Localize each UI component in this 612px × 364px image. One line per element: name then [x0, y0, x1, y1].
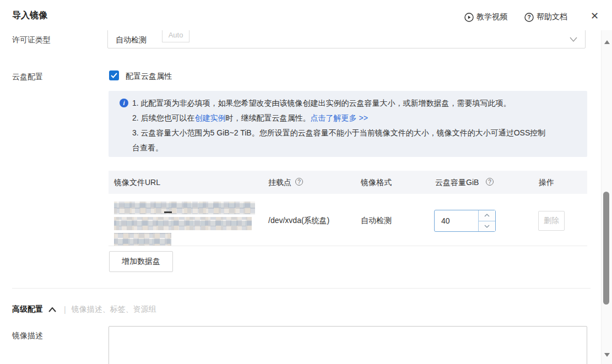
- advanced-subtitle: 镜像描述、标签、资源组: [72, 305, 156, 314]
- close-icon[interactable]: ✕: [591, 10, 599, 21]
- learn-more-link[interactable]: 点击了解更多 >>: [311, 113, 368, 122]
- scrollbar-up-arrow-icon[interactable]: [604, 40, 610, 44]
- info-icon: i: [120, 99, 128, 107]
- capacity-help-icon[interactable]: ?: [486, 178, 494, 186]
- section-divider: [12, 288, 591, 289]
- notice-line-3: 3. 云盘容量大小范围为5 GiB~2 TiB。您所设置的云盘容量不能小于当前镜…: [132, 126, 574, 140]
- help-doc-label: 帮助文档: [537, 12, 567, 22]
- notice-line-4: 台查看。: [132, 140, 574, 155]
- add-data-disk-button[interactable]: 增加数据盘: [109, 251, 173, 272]
- capacity-number-input: [434, 210, 496, 232]
- scrollbar-thumb[interactable]: [603, 192, 609, 305]
- tutorial-video-label: 教学视频: [476, 12, 507, 22]
- notice-line-2-text: 2. 后续您也可以在: [132, 113, 195, 122]
- table-row-divider: [109, 246, 587, 246]
- license-auto-tag: Auto: [162, 30, 189, 42]
- page-title: 导入镜像: [12, 10, 47, 21]
- image-url-redacted-line-3: [114, 233, 171, 246]
- delete-button[interactable]: 删除: [538, 211, 565, 231]
- scrollbar-down-arrow-icon[interactable]: [604, 353, 610, 357]
- help-doc-link[interactable]: ? 帮助文档: [524, 12, 567, 23]
- image-url-redacted-line-1: [114, 202, 255, 214]
- svg-text:?: ?: [527, 14, 530, 20]
- disk-config-checkbox[interactable]: [109, 70, 119, 80]
- notice-box: i 1. 此配置项为非必填项，如果您希望改变由该镜像创建出实例的云盘容量大小，或…: [109, 91, 587, 157]
- license-type-select[interactable]: 自动检测 Auto: [107, 30, 586, 48]
- chevron-down-icon: [570, 35, 577, 44]
- tutorial-video-link[interactable]: 教学视频: [464, 12, 507, 23]
- import-image-dialog: 导入镜像 教学视频 ? 帮助文档 ✕ 许可证类型 自动检测 Auto 云盘配置 …: [0, 0, 612, 364]
- advanced-config-toggle[interactable]: 高级配置 | 镜像描述、标签、资源组: [12, 305, 156, 314]
- col-capacity: 云盘容量GiB: [435, 178, 479, 188]
- create-instance-link[interactable]: 创建实例: [195, 113, 226, 122]
- chevron-up-icon: [48, 307, 56, 312]
- disk-table-header: 镜像文件URL 挂载点 ? 镜像格式 云盘容量GiB ? 操作: [109, 171, 587, 194]
- scrollbar-track[interactable]: [601, 30, 612, 364]
- advanced-config-title: 高级配置: [12, 305, 43, 314]
- play-circle-icon: [464, 13, 474, 22]
- disk-config-checkbox-label[interactable]: 配置云盘属性: [126, 72, 172, 82]
- spinner-down-button[interactable]: [479, 221, 495, 232]
- disk-config-label: 云盘配置: [12, 72, 43, 82]
- image-description-label: 镜像描述: [12, 331, 43, 341]
- notice-line-1: 1. 此配置项为非必填项，如果您希望改变由该镜像创建出实例的云盘容量大小，或新增…: [132, 96, 574, 111]
- image-description-textarea[interactable]: [109, 326, 587, 364]
- image-url-redacted-dash: [164, 211, 172, 213]
- col-image-url: 镜像文件URL: [114, 178, 160, 188]
- image-url-redacted-line-2: [114, 217, 252, 230]
- license-select-value: 自动检测: [116, 35, 147, 45]
- notice-line-2: 2. 后续您也可以在创建实例时，继续配置云盘属性。点击了解更多 >>: [132, 111, 574, 126]
- col-action: 操作: [539, 178, 554, 188]
- advanced-separator: |: [64, 305, 66, 314]
- checkmark-icon: [111, 71, 117, 80]
- capacity-spinner: [478, 210, 495, 231]
- col-mount-point: 挂载点: [268, 178, 291, 188]
- question-circle-icon: ?: [524, 13, 534, 22]
- mount-point-help-icon[interactable]: ?: [295, 178, 303, 186]
- mount-point-value: /dev/xvda(系统盘): [268, 216, 329, 226]
- license-select-clip: 自动检测 Auto: [0, 30, 601, 49]
- notice-line-2-mid: 时，继续配置云盘属性。: [226, 113, 311, 122]
- spinner-up-button[interactable]: [479, 210, 495, 221]
- format-value: 自动检测: [361, 216, 392, 226]
- col-format: 镜像格式: [361, 178, 392, 188]
